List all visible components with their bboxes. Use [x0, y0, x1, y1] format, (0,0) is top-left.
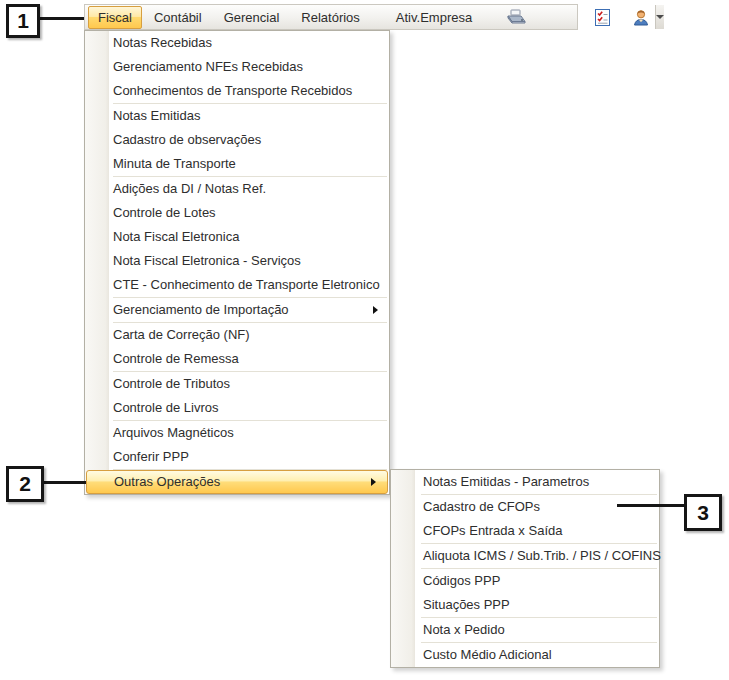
menu-item-adicoes-di-notas-ref[interactable]: Adições da DI / Notas Ref. [85, 177, 389, 201]
callout-2-number: 2 [19, 472, 31, 496]
callout-1-line [40, 17, 84, 20]
submenu-arrow-icon [371, 478, 376, 486]
menubar-item-gerencial[interactable]: Gerencial [214, 6, 290, 29]
menu-item-cadastro-observacoes[interactable]: Cadastro de observações [85, 128, 389, 152]
menu-item-gerenciamento-importacao[interactable]: Gerenciamento de Importação [85, 298, 389, 322]
callout-3-box: 3 [684, 494, 722, 531]
menu-item-notas-recebidas[interactable]: Notas Recebidas [85, 31, 389, 55]
menubar-item-ativ-empresa[interactable]: Ativ.Empresa [386, 6, 482, 29]
submenu-item-situacoes-ppp[interactable]: Situações PPP [391, 593, 659, 617]
menubar-item-relatorios[interactable]: Relatórios [291, 6, 370, 29]
menu-item-gerenciamento-nfes-recebidas[interactable]: Gerenciamento NFEs Recebidas [85, 55, 389, 79]
callout-2-box: 2 [6, 466, 44, 502]
submenu-item-cfops-entrada-x-saida[interactable]: CFOPs Entrada x Saída [391, 519, 659, 543]
checklist-icon[interactable] [590, 7, 615, 28]
menu-bar: Fiscal Contábil Gerencial Relatórios Ati… [84, 4, 578, 30]
menu-item-outras-operacoes[interactable]: Outras Operações [86, 470, 388, 494]
menu-item-controle-lotes[interactable]: Controle de Lotes [85, 201, 389, 225]
menu-item-conhecimentos-transporte-recebidos[interactable]: Conhecimentos de Transporte Recebidos [85, 79, 389, 103]
callout-2-line [44, 481, 86, 484]
menu-item-nota-fiscal-eletronica[interactable]: Nota Fiscal Eletronica [85, 225, 389, 249]
callout-3-number: 3 [697, 501, 709, 525]
toolbar-overflow-button[interactable] [655, 5, 664, 29]
submenu-item-cadastro-de-cfops[interactable]: Cadastro de CFOPs [391, 495, 659, 519]
menu-item-minuta-transporte[interactable]: Minuta de Transporte [85, 152, 389, 176]
callout-1-number: 1 [17, 9, 29, 33]
printer-icon[interactable] [501, 7, 532, 27]
menu-item-controle-livros[interactable]: Controle de Livros [85, 396, 389, 420]
submenu-item-codigos-ppp[interactable]: Códigos PPP [391, 569, 659, 593]
menu-item-controle-tributos[interactable]: Controle de Tributos [85, 372, 389, 396]
user-icon[interactable] [627, 7, 655, 28]
callout-1-box: 1 [6, 4, 40, 38]
menu-item-nota-fiscal-eletronica-servicos[interactable]: Nota Fiscal Eletronica - Serviços [85, 249, 389, 273]
submenu-item-aliquota-icms[interactable]: Aliquota ICMS / Sub.Trib. / PIS / COFINS [391, 544, 659, 568]
submenu-item-notas-emitidas-parametros[interactable]: Notas Emitidas - Parametros [391, 470, 659, 494]
menu-item-carta-correcao-nf[interactable]: Carta de Correção (NF) [85, 323, 389, 347]
menu-item-controle-remessa[interactable]: Controle de Remessa [85, 347, 389, 371]
menu-item-cte-conhecimento-transporte[interactable]: CTE - Conhecimento de Transporte Eletron… [85, 273, 389, 297]
menu-item-arquivos-magneticos[interactable]: Arquivos Magnéticos [85, 421, 389, 445]
submenu-item-nota-x-pedido[interactable]: Nota x Pedido [391, 618, 659, 642]
submenu-item-custo-medio-adicional[interactable]: Custo Médio Adicional [391, 643, 659, 667]
callout-3-line [617, 504, 684, 507]
submenu-arrow-icon [373, 306, 378, 314]
menubar-item-contabil[interactable]: Contábil [144, 6, 212, 29]
menu-item-label: Gerenciamento de Importação [113, 302, 289, 317]
screenshot-canvas: Fiscal Contábil Gerencial Relatórios Ati… [0, 0, 729, 680]
menu-item-label: Outras Operações [114, 474, 220, 489]
menu-item-notas-emitidas[interactable]: Notas Emitidas [85, 104, 389, 128]
chevron-down-icon [656, 15, 664, 19]
fiscal-dropdown-menu: Notas Recebidas Gerenciamento NFEs Receb… [84, 30, 390, 495]
menubar-item-fiscal[interactable]: Fiscal [88, 6, 142, 29]
menu-item-conferir-ppp[interactable]: Conferir PPP [85, 445, 389, 469]
outras-operacoes-submenu: Notas Emitidas - Parametros Cadastro de … [390, 469, 660, 668]
